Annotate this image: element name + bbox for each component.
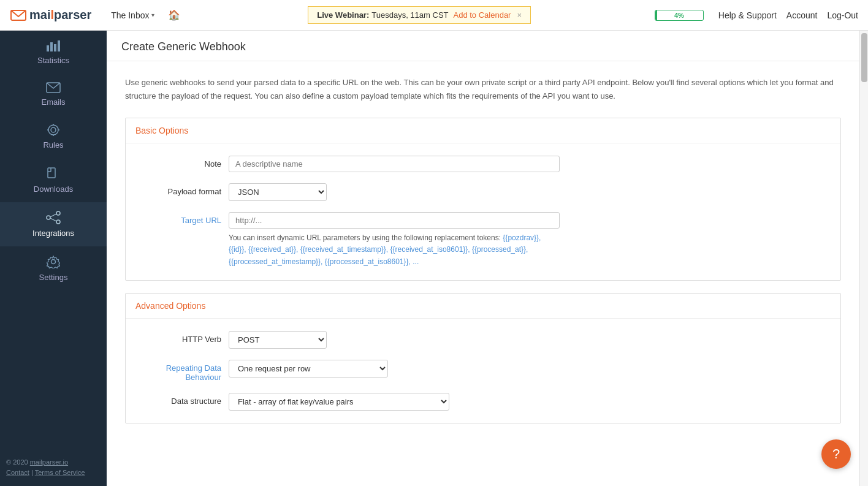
svg-point-7 — [48, 125, 58, 135]
data-structure-label: Data structure — [135, 393, 221, 406]
payload-format-select[interactable]: JSON XML Form-encoded — [229, 183, 327, 201]
http-verb-wrap: POST GET PUT PATCH DELETE — [229, 331, 560, 349]
svg-rect-2 — [50, 42, 53, 51]
sidebar: Statistics Emails Rules Downloads — [0, 31, 107, 486]
logo-icon — [10, 8, 27, 23]
webinar-detail: Tuesdays, 11am CST — [371, 10, 448, 20]
basic-options-header: Basic Options — [126, 118, 840, 143]
footer-separator: | — [31, 469, 33, 476]
target-url-input[interactable] — [229, 212, 560, 229]
chevron-down-icon: ▾ — [151, 12, 154, 18]
svg-rect-3 — [54, 44, 56, 51]
repeating-data-select[interactable]: One request per row Multiple rows per re… — [229, 360, 388, 378]
account-link[interactable]: Account — [786, 10, 818, 20]
svg-point-16 — [56, 211, 60, 215]
sidebar-item-integrations[interactable]: Integrations — [0, 202, 107, 246]
sidebar-integrations-label: Integrations — [32, 229, 74, 238]
integrations-icon — [46, 211, 61, 226]
data-structure-row: Data structure Flat - array of flat key/… — [135, 393, 831, 411]
logout-link[interactable]: Log-Out — [827, 10, 858, 20]
sidebar-item-rules[interactable]: Rules — [0, 115, 107, 158]
progress-label: 4% — [655, 10, 703, 20]
progress-bar: 4% — [655, 10, 704, 21]
repeating-data-label: Repeating Data Behaviour — [135, 360, 221, 382]
target-url-wrap: You can insert dynamic URL parameters by… — [229, 212, 560, 268]
rules-icon — [46, 124, 61, 138]
sidebar-rules-label: Rules — [43, 140, 63, 150]
sidebar-item-emails[interactable]: Emails — [0, 74, 107, 115]
basic-options-link[interactable]: Basic Options — [135, 126, 188, 135]
inbox-button[interactable]: The Inbox ▾ — [106, 8, 159, 23]
repeating-data-row: Repeating Data Behaviour One request per… — [135, 360, 831, 382]
contact-link[interactable]: Contact — [6, 469, 29, 476]
svg-rect-1 — [47, 45, 49, 51]
note-field-wrap — [229, 156, 560, 172]
support-button[interactable]: ? — [821, 439, 851, 469]
logo: mailparser — [10, 8, 91, 23]
http-verb-label: HTTP Verb — [135, 331, 221, 344]
svg-point-6 — [51, 127, 56, 132]
target-url-label: Target URL — [135, 212, 221, 225]
payload-format-row: Payload format JSON XML Form-encoded — [135, 183, 831, 201]
sidebar-settings-label: Settings — [39, 273, 68, 282]
intro-text: Use generic webhooks to send your parsed… — [125, 76, 841, 103]
webinar-label: Live Webinar: — [317, 10, 369, 20]
svg-rect-4 — [58, 40, 60, 51]
add-to-calendar-link[interactable]: Add to Calendar — [454, 10, 511, 20]
page-title: Create Generic Webhook — [121, 40, 845, 53]
svg-line-19 — [50, 218, 56, 221]
top-nav-links: Help & Support Account Log-Out — [718, 10, 858, 20]
settings-icon — [47, 255, 60, 270]
statistics-icon — [46, 39, 61, 53]
sidebar-copyright: © 2020 — [6, 458, 28, 466]
repeating-data-wrap: One request per row Multiple rows per re… — [229, 360, 560, 378]
logo-text: mailparser — [29, 8, 91, 22]
basic-options-card: Basic Options Note Payload format — [125, 118, 841, 281]
target-url-row: Target URL You can insert dynamic URL pa… — [135, 212, 831, 268]
main-layout: Statistics Emails Rules Downloads — [0, 31, 868, 486]
sidebar-item-downloads[interactable]: Downloads — [0, 158, 107, 202]
sidebar-item-statistics[interactable]: Statistics — [0, 31, 107, 74]
inbox-label: The Inbox — [111, 10, 149, 20]
svg-point-17 — [56, 220, 60, 224]
svg-rect-12 — [48, 168, 55, 178]
help-support-link[interactable]: Help & Support — [718, 10, 777, 20]
http-verb-row: HTTP Verb POST GET PUT PATCH DELETE — [135, 331, 831, 349]
emails-icon — [46, 82, 61, 95]
sidebar-emails-label: Emails — [41, 97, 65, 107]
note-label: Note — [135, 156, 221, 169]
downloads-icon — [47, 167, 60, 182]
progress-section: 4% — [655, 10, 704, 21]
advanced-options-card: Advanced Options HTTP Verb POST GET PUT … — [125, 293, 841, 423]
data-structure-wrap: Flat - array of flat key/value pairs Nes… — [229, 393, 560, 411]
mailparser-site-link[interactable]: mailparser.io — [30, 458, 68, 466]
scroll-rail[interactable] — [859, 31, 868, 486]
terms-of-service-link[interactable]: Terms of Service — [35, 469, 85, 476]
note-row: Note — [135, 156, 831, 172]
svg-line-18 — [50, 214, 56, 217]
page-header: Create Generic Webhook — [107, 31, 859, 61]
home-button[interactable]: 🏠 — [164, 7, 184, 23]
advanced-options-link[interactable]: Advanced Options — [135, 301, 205, 311]
note-input[interactable] — [229, 156, 560, 172]
sidebar-footer: © 2020 mailparser.io Contact | Terms of … — [0, 450, 107, 486]
svg-point-15 — [47, 216, 50, 219]
advanced-options-body: HTTP Verb POST GET PUT PATCH DELETE — [126, 319, 840, 423]
svg-point-20 — [51, 260, 56, 264]
sidebar-item-settings[interactable]: Settings — [0, 246, 107, 290]
webinar-close-button[interactable]: × — [517, 10, 522, 20]
payload-format-label: Payload format — [135, 183, 221, 196]
home-icon: 🏠 — [168, 10, 180, 20]
url-hint: You can insert dynamic URL parameters by… — [229, 232, 560, 268]
scroll-thumb[interactable] — [861, 33, 867, 82]
advanced-options-header: Advanced Options — [126, 294, 840, 319]
sidebar-downloads-label: Downloads — [34, 184, 73, 194]
http-verb-select[interactable]: POST GET PUT PATCH DELETE — [229, 331, 327, 349]
data-structure-select[interactable]: Flat - array of flat key/value pairs Nes… — [229, 393, 449, 411]
webinar-banner: Live Webinar: Tuesdays, 11am CST Add to … — [189, 6, 649, 24]
payload-format-wrap: JSON XML Form-encoded — [229, 183, 560, 201]
basic-options-body: Note Payload format JSON XML Form-enco — [126, 143, 840, 280]
main-content: Create Generic Webhook Use generic webho… — [107, 31, 859, 486]
webinar-box: Live Webinar: Tuesdays, 11am CST Add to … — [308, 6, 531, 24]
top-nav: mailparser The Inbox ▾ 🏠 Live Webinar: T… — [0, 0, 868, 31]
